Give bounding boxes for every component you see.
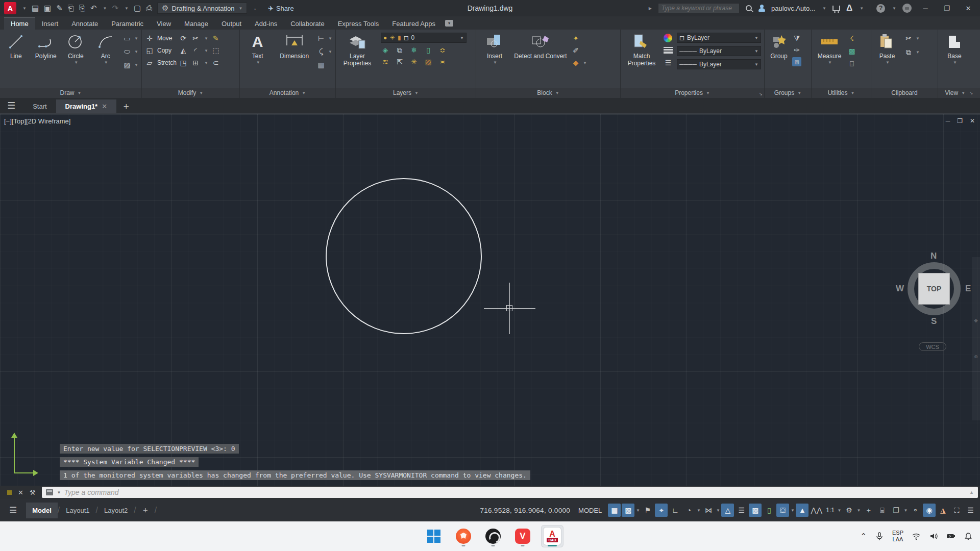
cut-icon[interactable]: ✂ (904, 34, 913, 43)
command-customize-icon[interactable]: ⚒ (30, 489, 36, 496)
start-button[interactable] (423, 525, 445, 547)
polar-caret-icon[interactable]: ▼ (696, 508, 701, 513)
mirror-icon[interactable]: ◭ (179, 46, 188, 55)
move-button[interactable]: ✛Move (145, 34, 177, 43)
isolate-objects-icon[interactable]: ⚬ (909, 504, 922, 517)
layer-isolate-icon[interactable]: ◈ (381, 45, 390, 55)
hatch-icon[interactable]: ▨ (122, 60, 132, 69)
app-menu-button[interactable]: A (4, 2, 16, 14)
transparency-icon[interactable]: ▩ (749, 504, 762, 517)
base-button[interactable]: Base ▼ (941, 32, 968, 88)
new-sheet-icon[interactable]: ▢ (134, 4, 141, 13)
viewcube[interactable]: N S W E TOP (896, 251, 972, 332)
tab-home[interactable]: Home (4, 17, 35, 30)
tab-express-tools[interactable]: Express Tools (331, 18, 386, 30)
nav-zoom-icon[interactable]: ⊕ (974, 354, 978, 359)
viewcube-top-face[interactable]: TOP (918, 273, 950, 305)
redo-caret-icon[interactable]: ▼ (125, 6, 129, 11)
quick-calc-icon[interactable]: ▩ (847, 46, 856, 56)
command-recent-caret-icon[interactable]: ▼ (57, 490, 61, 495)
viewcube-north[interactable]: N (930, 251, 937, 261)
leader-caret-icon[interactable]: ▼ (328, 49, 332, 54)
autodesk-logo-icon[interactable]: Δ (846, 3, 852, 13)
leader-icon[interactable]: ⤹ (316, 47, 326, 56)
lock-ui-caret-icon[interactable]: ▼ (903, 508, 908, 513)
command-expand-icon[interactable]: ▲ (969, 490, 974, 495)
command-input[interactable]: ▼ Type a command ▲ (42, 487, 978, 498)
color-dropdown[interactable]: ◻ ByLayer ▼ (677, 33, 761, 43)
arc-button[interactable]: Arc ▼ (93, 32, 119, 88)
layer-make-current-icon[interactable]: ⇱ (395, 57, 404, 66)
selection-cycling-icon[interactable]: ▯ (763, 504, 775, 517)
panel-label-block[interactable]: Block▼ (476, 88, 620, 98)
snap-grid-toggle-icon[interactable]: ▩ (622, 504, 634, 517)
model-space-indicator[interactable]: MODEL (578, 507, 602, 514)
tab-annotate[interactable]: Annotate (65, 18, 105, 30)
layer-dropdown[interactable]: ● ☀ ▮ ◻ 0 ▼ (381, 33, 467, 43)
circle-button[interactable]: Circle ▼ (63, 32, 89, 88)
osnap-caret-icon[interactable]: ▼ (790, 508, 795, 513)
tab-featured-apps[interactable]: Featured Apps (385, 18, 442, 30)
drawing-restore-icon[interactable]: ❐ (957, 117, 963, 124)
workspace-dropdown[interactable]: ⚙ Drafting & Annotation ▼ (157, 3, 247, 14)
open-icon[interactable]: ▤ (32, 4, 39, 13)
stretch-button[interactable]: ▱Stretch (145, 58, 177, 67)
save-as-icon[interactable]: ✎ (56, 4, 63, 13)
attributes-caret-icon[interactable]: ▼ (583, 61, 587, 65)
fillet-caret-icon[interactable]: ▼ (204, 48, 208, 53)
linetype-dropdown[interactable]: ──── ByLayer ▼ (677, 59, 761, 69)
panel-label-annotation[interactable]: Annotation▼ (240, 88, 335, 98)
tray-expand-icon[interactable]: ⌃ (860, 532, 867, 541)
tab-parametric[interactable]: Parametric (105, 18, 150, 30)
insert-button[interactable]: Insert ▼ (479, 32, 510, 88)
undo-caret-icon[interactable]: ▼ (103, 6, 107, 11)
search-icon[interactable] (746, 5, 752, 11)
save-icon[interactable]: ▣ (44, 4, 51, 13)
tab-manage[interactable]: Manage (178, 18, 215, 30)
publish-icon[interactable]: ⎘ (79, 4, 85, 13)
array-icon[interactable]: ⊞ (191, 58, 200, 67)
group-selection-toggle-icon[interactable]: ⧈ (792, 57, 801, 66)
linear-dim-icon[interactable]: ⊢ (316, 34, 326, 43)
panel-label-utilities[interactable]: Utilities▼ (812, 88, 871, 98)
rectangle-icon[interactable]: ▭ (122, 34, 132, 43)
search-expand-icon[interactable]: ▶ (649, 6, 652, 11)
annotation-monitor-icon[interactable]: ＋ (862, 504, 875, 517)
autodesk-caret-icon[interactable]: ▼ (860, 6, 864, 11)
ribbon-display-toggle-icon[interactable]: ▾ (445, 20, 453, 27)
match-properties-button[interactable]: Match Properties (624, 32, 659, 88)
group-edit-icon[interactable]: ✑ (792, 45, 801, 55)
calculator-icon[interactable]: ⌸ (847, 59, 856, 68)
offset-icon[interactable]: ⊂ (211, 58, 220, 67)
viewcube-west[interactable]: W (896, 284, 904, 294)
vivaldi-app-button[interactable]: V (511, 525, 534, 547)
lineweight-dropdown[interactable]: ──── ByLayer ▼ (677, 46, 761, 56)
annotation-scale-value[interactable]: 1:1 (824, 507, 836, 514)
layer-lock2-icon[interactable]: ▯ (424, 45, 433, 55)
ungroup-icon[interactable]: ⧩ (792, 34, 801, 43)
trim-caret-icon[interactable]: ▼ (204, 36, 208, 41)
properties-launcher-icon[interactable]: ↘ (758, 91, 763, 96)
object-snap-icon[interactable]: ⛋ (776, 504, 789, 517)
status-menu-icon[interactable]: ☰ (0, 505, 26, 516)
snap-caret-icon[interactable]: ▼ (635, 508, 640, 513)
attributes-icon[interactable]: ◆ (571, 58, 580, 67)
minimize-button[interactable]: ─ (918, 5, 933, 12)
isodraft-caret-icon[interactable]: ▼ (716, 508, 720, 513)
panel-label-groups[interactable]: Groups▼ (765, 88, 811, 98)
viewcube-east[interactable]: E (965, 284, 971, 294)
ortho-toggle-icon[interactable]: ∟ (669, 504, 681, 517)
panel-label-properties[interactable]: Properties▼ (621, 88, 764, 98)
viewcube-south[interactable]: S (931, 316, 937, 327)
layer-freeze2-icon[interactable]: ❄ (409, 45, 419, 55)
annotation-visibility-icon[interactable]: ▲ (796, 504, 808, 517)
create-block-icon[interactable]: ✦ (571, 34, 580, 43)
customize-status-icon[interactable]: ☰ (964, 504, 977, 517)
trusted-paths-icon[interactable]: ◮ (937, 504, 949, 517)
rotate-icon[interactable]: ⟳ (179, 34, 188, 43)
array-caret-icon[interactable]: ▼ (204, 61, 208, 65)
erase-icon[interactable]: ✎ (211, 34, 220, 43)
linear-dim-caret-icon[interactable]: ▼ (328, 36, 332, 41)
tab-output[interactable]: Output (215, 18, 248, 30)
grid-toggle-icon[interactable]: ▦ (608, 504, 621, 517)
